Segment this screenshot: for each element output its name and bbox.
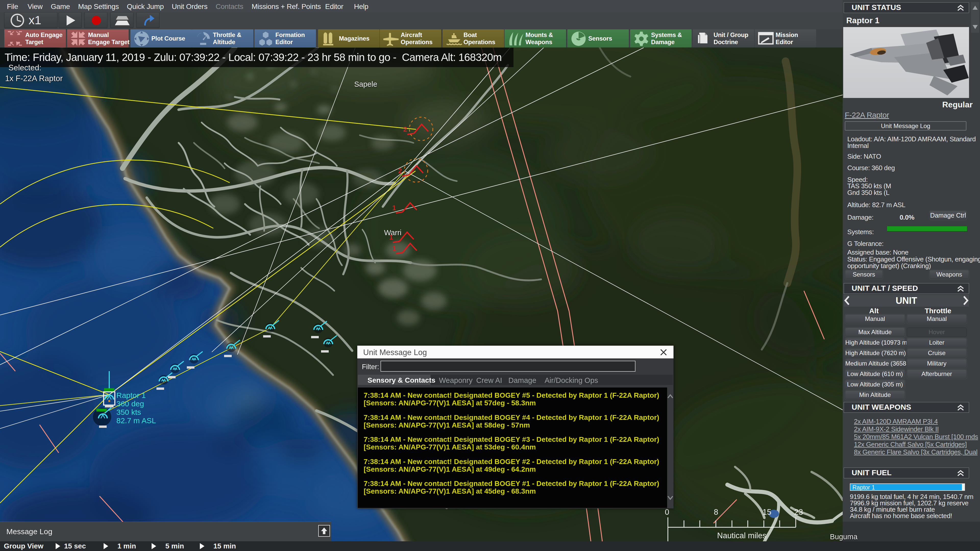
svg-text:Warri: Warri xyxy=(384,229,401,237)
svg-text:Sapele: Sapele xyxy=(354,80,377,88)
svg-text:2: 2 xyxy=(398,167,402,175)
svg-text:1: 1 xyxy=(392,245,396,252)
svg-text:2: 2 xyxy=(403,125,407,133)
svg-text:0: 0 xyxy=(665,508,669,516)
svg-text:Nautical miles: Nautical miles xyxy=(717,531,767,540)
svg-text:23: 23 xyxy=(794,508,803,516)
svg-text:15: 15 xyxy=(762,508,771,516)
svg-text:350 kts: 350 kts xyxy=(116,408,141,416)
svg-text:Raptor 1: Raptor 1 xyxy=(116,391,146,400)
svg-text:360 deg: 360 deg xyxy=(116,400,144,408)
svg-text:1: 1 xyxy=(392,204,396,212)
svg-text:8: 8 xyxy=(714,508,718,516)
svg-text:82.7 m ASL: 82.7 m ASL xyxy=(116,416,156,425)
